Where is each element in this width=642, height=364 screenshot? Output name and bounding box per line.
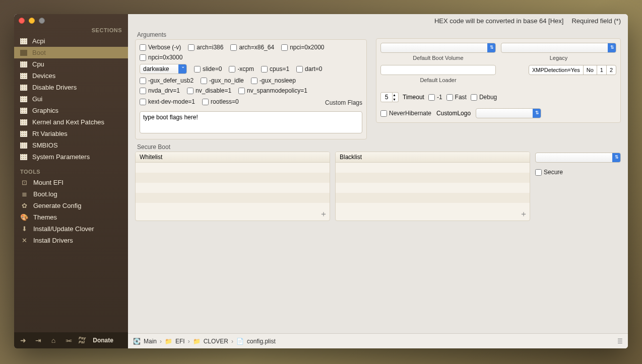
sidebar-item-system-parameters[interactable]: System Parameters bbox=[14, 151, 128, 163]
zoom-icon[interactable] bbox=[39, 18, 45, 24]
sidebar-item-graphics[interactable]: Graphics bbox=[14, 105, 128, 116]
default-loader-input[interactable] bbox=[380, 65, 496, 75]
default-loader-label: Default Loader bbox=[380, 77, 496, 83]
folder-icon: 📁 bbox=[193, 338, 201, 345]
chk-secure[interactable]: Secure bbox=[535, 169, 621, 176]
chk-minus1[interactable]: -1 bbox=[428, 94, 442, 101]
chk-nvda-drv[interactable]: nvda_drv=1 bbox=[140, 87, 180, 94]
sidebar-item-kernel[interactable]: Kernel and Kext Patches bbox=[14, 116, 128, 128]
tool-mount-efi[interactable]: ⊡Mount EFI bbox=[14, 177, 128, 188]
timeout-stepper[interactable]: ▲▼ bbox=[380, 92, 399, 102]
chk-nv-disable[interactable]: nv_disable=1 bbox=[187, 87, 231, 94]
chk-arch-x86-64[interactable]: arch=x86_64 bbox=[230, 44, 274, 51]
secure-boot-select[interactable] bbox=[535, 153, 621, 163]
close-icon[interactable] bbox=[19, 18, 25, 24]
sidebar-item-disable-drivers[interactable]: Disable Drivers bbox=[14, 82, 128, 93]
sidebar-item-acpi[interactable]: Acpi bbox=[14, 35, 128, 47]
chk-npci-3000[interactable]: npci=0x3000 bbox=[140, 54, 182, 61]
sidebar-item-devices[interactable]: Devices bbox=[14, 70, 128, 82]
disk-icon: 💽 bbox=[133, 338, 141, 345]
sidebar: SECTIONS Acpi Boot Cpu Devices Disable D… bbox=[14, 14, 128, 348]
custom-flags-input[interactable] bbox=[140, 111, 362, 133]
required-note: Required field (*) bbox=[571, 17, 621, 25]
hamburger-icon[interactable]: ☰ bbox=[617, 338, 623, 345]
donate-button[interactable]: Donate bbox=[93, 337, 113, 344]
hex-note: HEX code will be converted in base 64 [H… bbox=[434, 17, 564, 25]
gear-icon: ✿ bbox=[20, 202, 28, 209]
chk-gux-nosleep[interactable]: -gux_nosleep bbox=[251, 77, 296, 84]
whitelist-header: Whitelist bbox=[136, 152, 330, 163]
darkwake-select[interactable]: darkwake bbox=[140, 64, 187, 74]
sidebar-item-smbios[interactable]: SMBIOS bbox=[14, 139, 128, 151]
grid-icon bbox=[20, 119, 27, 125]
chevron-right-icon: › bbox=[231, 338, 233, 345]
download-icon: ⬇ bbox=[20, 226, 28, 233]
tool-install-clover[interactable]: ⬇Install/Update Clover bbox=[14, 223, 128, 235]
sidebar-item-gui[interactable]: Gui bbox=[14, 93, 128, 105]
export-icon[interactable]: ⇥ bbox=[33, 335, 43, 345]
bc-clover[interactable]: CLOVER bbox=[204, 338, 228, 345]
minimize-icon[interactable] bbox=[29, 18, 35, 24]
grid-icon bbox=[20, 96, 27, 102]
breadcrumb: 💽 Main › 📁 EFI › 📁 CLOVER › 📄 config.pli… bbox=[128, 333, 628, 348]
chk-cpus[interactable]: cpus=1 bbox=[261, 65, 289, 72]
chk-nv-spanmode[interactable]: nv_spanmodepolicy=1 bbox=[238, 87, 307, 94]
tool-themes[interactable]: 🎨Themes bbox=[14, 211, 128, 223]
default-volume-label: Default Boot Volume bbox=[380, 55, 496, 61]
whitelist-add-button[interactable]: ＋ bbox=[319, 209, 328, 220]
chevron-right-icon: › bbox=[160, 338, 162, 345]
blacklist-header: Blacklist bbox=[336, 152, 530, 163]
chk-fast[interactable]: Fast bbox=[446, 94, 467, 101]
chk-slide[interactable]: slide=0 bbox=[194, 65, 222, 72]
wrench-icon: ✕ bbox=[20, 237, 28, 244]
bc-main[interactable]: Main bbox=[144, 338, 157, 345]
tools-header: TOOLS bbox=[14, 163, 128, 177]
disk-icon: ⊡ bbox=[20, 179, 28, 186]
plist-icon: 📄 bbox=[236, 338, 244, 345]
chk-rootless[interactable]: rootless=0 bbox=[202, 98, 239, 105]
chk-debug[interactable]: Debug bbox=[471, 94, 497, 101]
chk-gux-defer[interactable]: -gux_defer_usb2 bbox=[140, 77, 194, 84]
arguments-label: Arguments bbox=[137, 31, 371, 38]
boot-settings-panel: Default Boot Volume Default Loader Legac… bbox=[376, 38, 621, 123]
chk-arch-i386[interactable]: arch=i386 bbox=[188, 44, 223, 51]
default-volume-select[interactable] bbox=[380, 43, 496, 53]
chk-gux-no-idle[interactable]: -gux_no_idle bbox=[201, 77, 244, 84]
sidebar-item-cpu[interactable]: Cpu bbox=[14, 58, 128, 70]
blacklist-add-button[interactable]: ＋ bbox=[520, 209, 528, 220]
whitelist-box[interactable]: Whitelist ＋ bbox=[135, 152, 330, 221]
grid-icon bbox=[20, 131, 27, 137]
home-icon[interactable]: ⌂ bbox=[48, 335, 58, 345]
custom-logo-select[interactable] bbox=[476, 108, 541, 118]
chk-dart[interactable]: dart=0 bbox=[296, 65, 322, 72]
bc-config[interactable]: config.plist bbox=[247, 338, 276, 345]
folder-icon: 📁 bbox=[165, 338, 172, 345]
tool-boot-log[interactable]: ≣Boot.log bbox=[14, 188, 128, 200]
sidebar-item-boot[interactable]: Boot bbox=[14, 47, 128, 58]
blacklist-box[interactable]: Blacklist ＋ bbox=[335, 152, 530, 221]
legacy-select[interactable] bbox=[501, 43, 616, 53]
grid-icon bbox=[20, 73, 27, 79]
share-icon[interactable]: ⫘ bbox=[63, 335, 74, 345]
timeout-label: Timeout bbox=[403, 94, 424, 101]
custom-flags-label: Custom Flags bbox=[325, 99, 362, 106]
chk-npci-2000[interactable]: npci=0x2000 bbox=[281, 44, 324, 51]
chk-xcpm[interactable]: -xcpm bbox=[229, 65, 254, 72]
bc-efi[interactable]: EFI bbox=[175, 338, 185, 345]
sidebar-bottom-bar: ➜ ⇥ ⌂ ⫘ PayPal Donate bbox=[14, 332, 128, 348]
main-content: HEX code will be converted in base 64 [H… bbox=[128, 14, 628, 348]
chk-never-hibernate[interactable]: NeverHibernate bbox=[380, 110, 431, 117]
palette-icon: 🎨 bbox=[20, 214, 28, 221]
sidebar-item-rt-variables[interactable]: Rt Variables bbox=[14, 128, 128, 139]
xmp-detection-segment[interactable]: XMPDetection=Yes No 1 2 bbox=[529, 65, 616, 75]
sections-header: SECTIONS bbox=[14, 27, 128, 35]
chk-verbose[interactable]: Verbose (-v) bbox=[140, 44, 181, 51]
tool-generate-config[interactable]: ✿Generate Config bbox=[14, 200, 128, 211]
arguments-panel: Verbose (-v) arch=i386 arch=x86_64 npci=… bbox=[135, 39, 367, 139]
legacy-label: Legacy bbox=[501, 55, 616, 61]
tool-install-drivers[interactable]: ✕Install Drivers bbox=[14, 235, 128, 246]
chk-kext-dev-mode[interactable]: kext-dev-mode=1 bbox=[140, 98, 195, 105]
secure-boot-label: Secure Boot bbox=[137, 143, 621, 151]
grid-icon bbox=[20, 50, 27, 56]
login-icon[interactable]: ➜ bbox=[18, 335, 28, 345]
